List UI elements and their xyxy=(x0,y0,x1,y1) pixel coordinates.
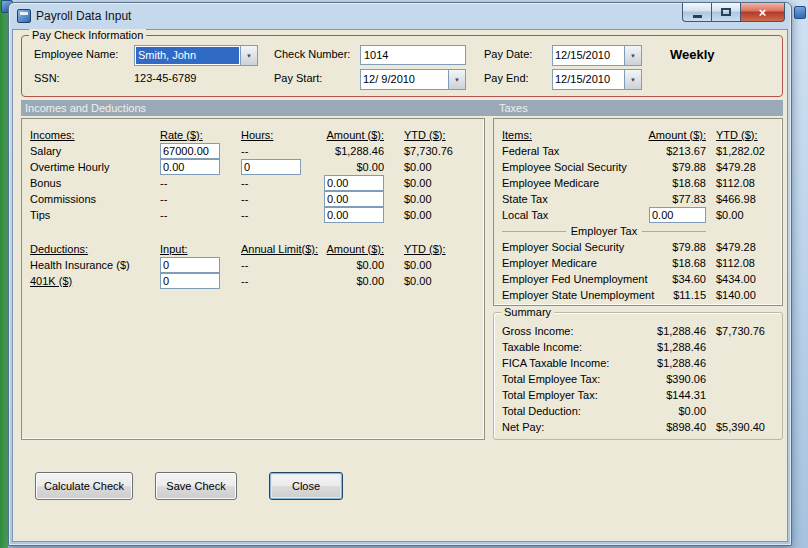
tax-amount: $213.67 xyxy=(648,145,706,158)
employer-tax-header: Employer Tax xyxy=(566,225,642,237)
tax-label: Employer Social Security xyxy=(502,241,648,254)
maximize-button-icon[interactable] xyxy=(711,3,740,22)
tax-label: Employee Social Security xyxy=(502,161,648,174)
taxes-table: Items: Amount ($): YTD ($): Federal Tax … xyxy=(502,127,790,223)
tax-label: Employer State Unemployment xyxy=(502,289,648,302)
tax-amount: $34.60 xyxy=(648,273,706,286)
col-header: YTD ($): xyxy=(384,129,476,142)
save-check-button[interactable]: Save Check xyxy=(155,472,237,500)
chevron-down-icon[interactable]: ▼ xyxy=(240,46,257,65)
chevron-down-icon[interactable]: ▼ xyxy=(448,70,465,89)
income-label: Bonus xyxy=(30,177,160,190)
employee-name-combobox[interactable]: Smith, John ▼ xyxy=(134,45,258,66)
col-header: Items: xyxy=(502,129,648,142)
income-label: Commissions xyxy=(30,193,160,206)
health-insurance-input[interactable] xyxy=(160,257,220,273)
summary-amount: $1,288.46 xyxy=(648,341,706,354)
summary-ytd: $5,390.40 xyxy=(706,421,790,434)
employer-taxes-table: Employer Social Security $79.88 $479.28 … xyxy=(502,239,790,303)
client-area: Pay Check Information Employee Name: Smi… xyxy=(12,29,788,542)
col-header: Input: xyxy=(160,243,241,256)
income-ytd: $0.00 xyxy=(384,193,476,206)
tax-ytd: $140.00 xyxy=(706,289,790,302)
tax-label: Federal Tax xyxy=(502,145,648,158)
check-number-label: Check Number: xyxy=(274,48,350,60)
commissions-amount-input[interactable] xyxy=(324,191,384,207)
income-ytd: $0.00 xyxy=(384,161,476,174)
close-button-icon[interactable]: × xyxy=(740,3,785,22)
desktop-shortcut-icon[interactable] xyxy=(794,6,806,19)
app-icon xyxy=(17,9,31,23)
overtime-hours-input[interactable] xyxy=(241,159,301,175)
pay-start-label: Pay Start: xyxy=(274,72,322,84)
tax-amount: $79.88 xyxy=(648,161,706,174)
taxes-header: Taxes xyxy=(499,102,528,114)
401k-input[interactable] xyxy=(160,273,220,289)
overtime-rate-input[interactable] xyxy=(160,159,220,175)
pay-date-value: 12/15/2010 xyxy=(553,46,624,65)
pay-date-datepicker[interactable]: 12/15/2010 ▼ xyxy=(552,45,642,66)
pay-start-value: 12/ 9/2010 xyxy=(361,70,448,89)
tax-label: Employer Fed Unemployment xyxy=(502,273,648,286)
calculate-check-button[interactable]: Calculate Check xyxy=(35,472,133,500)
col-header: Amount ($): xyxy=(322,129,384,142)
summary-amount: $1,288.46 xyxy=(648,325,706,338)
incomes-table: Incomes: Rate ($): Hours: Amount ($): YT… xyxy=(30,127,476,223)
close-check-button[interactable]: Close xyxy=(269,472,343,500)
income-ytd: $0.00 xyxy=(384,177,476,190)
col-header: Hours: xyxy=(241,129,322,142)
title-bar[interactable]: Payroll Data Input × xyxy=(9,3,791,29)
employee-name-label: Employee Name: xyxy=(34,48,118,60)
tax-amount: $18.68 xyxy=(648,177,706,190)
income-amount: $0.00 xyxy=(322,161,384,174)
paycheck-group-title: Pay Check Information xyxy=(29,29,146,41)
payroll-window: Payroll Data Input × Pay Check Informati… xyxy=(8,2,792,546)
employee-name-value: Smith, John xyxy=(136,47,239,64)
tax-label: Employer Medicare xyxy=(502,257,648,270)
employer-tax-divider: Employer Tax xyxy=(502,225,706,238)
deduction-amount: $0.00 xyxy=(322,259,384,272)
col-header: YTD ($): xyxy=(706,129,790,142)
summary-group: Summary Gross Income: $1,288.46 $7,730.7… xyxy=(493,312,783,440)
ssn-value: 123-45-6789 xyxy=(134,72,196,84)
summary-label: Gross Income: xyxy=(502,325,648,338)
pay-start-datepicker[interactable]: 12/ 9/2010 ▼ xyxy=(360,69,466,90)
deductions-table: Deductions: Input: Annual Limit($): Amou… xyxy=(30,241,476,289)
incomes-deductions-header: Incomes and Deductions xyxy=(25,102,146,114)
summary-label: Taxable Income: xyxy=(502,341,648,354)
summary-amount: $1,288.46 xyxy=(648,357,706,370)
income-hours: -- xyxy=(241,145,322,158)
tax-ytd: $112.08 xyxy=(706,257,790,270)
pay-end-datepicker[interactable]: 12/15/2010 ▼ xyxy=(552,69,642,90)
tax-ytd: $434.00 xyxy=(706,273,790,286)
ssn-label: SSN: xyxy=(34,72,60,84)
summary-label: Net Pay: xyxy=(502,421,648,434)
summary-amount: $0.00 xyxy=(648,405,706,418)
deduction-limit: -- xyxy=(241,259,322,272)
deduction-401k-link[interactable]: 401K ($) xyxy=(30,275,160,288)
local-tax-input[interactable] xyxy=(649,207,706,223)
incomes-deductions-panel: Incomes: Rate ($): Hours: Amount ($): YT… xyxy=(21,118,485,440)
deduction-ytd: $0.00 xyxy=(384,259,476,272)
chevron-down-icon[interactable]: ▼ xyxy=(624,46,641,65)
salary-rate-input[interactable] xyxy=(160,143,220,159)
minimize-button-icon[interactable] xyxy=(682,3,711,22)
income-label: Tips xyxy=(30,209,160,222)
tax-ytd: $466.98 xyxy=(706,193,790,206)
check-number-input[interactable] xyxy=(360,45,466,65)
tax-ytd: $1,282.02 xyxy=(706,145,790,158)
col-header: Incomes: xyxy=(30,129,160,142)
tax-ytd: $0.00 xyxy=(706,209,790,222)
income-rate: -- xyxy=(160,193,241,206)
tax-ytd: $479.28 xyxy=(706,241,790,254)
col-header: Amount ($): xyxy=(648,129,706,142)
income-amount: $1,288.46 xyxy=(322,145,384,158)
bonus-amount-input[interactable] xyxy=(324,175,384,191)
summary-label: FICA Taxable Income: xyxy=(502,357,648,370)
summary-table: Gross Income: $1,288.46 $7,730.76 Taxabl… xyxy=(502,323,790,435)
tips-amount-input[interactable] xyxy=(324,207,384,223)
chevron-down-icon[interactable]: ▼ xyxy=(624,70,641,89)
tax-amount: $79.88 xyxy=(648,241,706,254)
income-label: Overtime Hourly xyxy=(30,161,160,174)
summary-ytd: $7,730.76 xyxy=(706,325,790,338)
